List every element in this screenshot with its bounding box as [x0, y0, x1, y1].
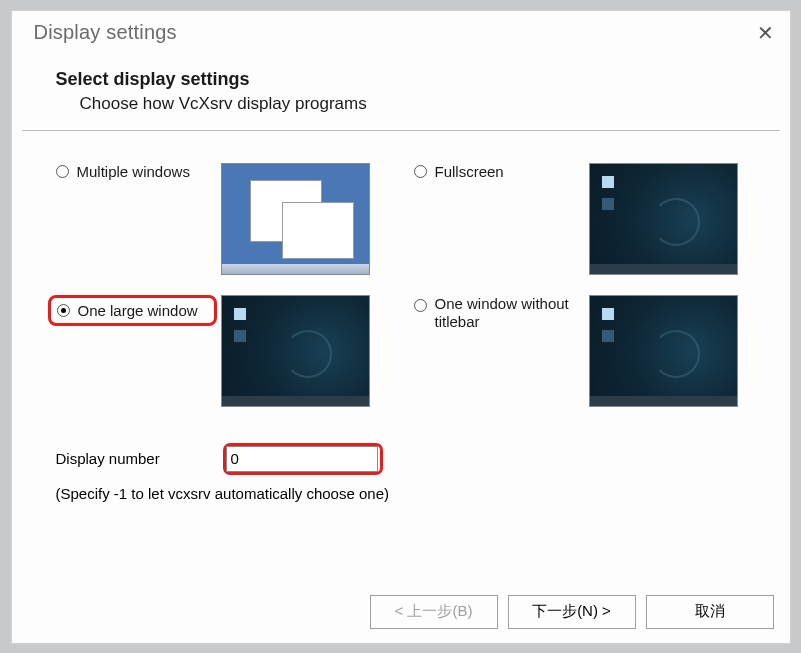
option-row-2: One large window One window without titl… — [56, 295, 766, 407]
next-button[interactable]: 下一步(N) > — [508, 595, 636, 629]
display-number-label: Display number — [56, 450, 223, 467]
option-label: Fullscreen — [435, 163, 504, 180]
option-label: Multiple windows — [77, 163, 190, 180]
display-number-hint: (Specify -1 to let vcxsrv automatically … — [56, 485, 766, 502]
titlebar: Display settings ✕ — [12, 11, 790, 55]
radio-icon — [57, 304, 70, 317]
thumb-fullscreen — [589, 163, 738, 275]
thumb-no-titlebar — [589, 295, 738, 407]
header-main: Select display settings — [56, 69, 768, 90]
option-label: One large window — [78, 302, 198, 319]
option-fullscreen[interactable]: Fullscreen — [414, 163, 589, 180]
radio-icon — [414, 299, 427, 312]
radio-icon — [414, 165, 427, 178]
highlight-annotation: One large window — [48, 295, 217, 326]
footer-buttons: < 上一步(B) 下一步(N) > 取消 — [370, 595, 774, 629]
option-one-window-no-titlebar[interactable]: One window without titlebar — [414, 295, 589, 333]
highlight-annotation — [223, 443, 383, 475]
radio-icon — [56, 165, 69, 178]
header-sub: Choose how VcXsrv display programs — [80, 94, 768, 114]
dialog-window: Display settings ✕ Select display settin… — [11, 10, 791, 644]
cancel-button[interactable]: 取消 — [646, 595, 774, 629]
header: Select display settings Choose how VcXsr… — [12, 55, 790, 124]
display-number-input[interactable] — [226, 446, 378, 472]
option-multiple-windows[interactable]: Multiple windows — [56, 163, 221, 180]
option-one-large-window[interactable]: One large window — [56, 295, 221, 326]
back-button[interactable]: < 上一步(B) — [370, 595, 498, 629]
close-icon[interactable]: ✕ — [742, 21, 774, 45]
display-number-row: Display number — [56, 443, 766, 475]
option-row-1: Multiple windows Fullscreen — [56, 163, 766, 275]
body: Multiple windows Fullscreen One large wi… — [12, 131, 790, 514]
option-label: One window without titlebar — [435, 295, 589, 333]
thumb-one-large-window — [221, 295, 370, 407]
titlebar-title: Display settings — [34, 21, 177, 44]
thumb-multiple-windows — [221, 163, 370, 275]
